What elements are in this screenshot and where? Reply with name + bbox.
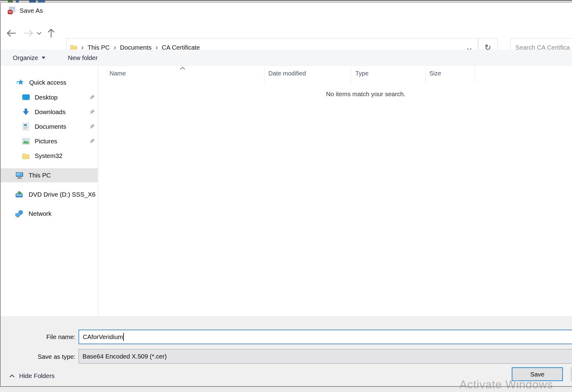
sidebar-item-quick-access[interactable]: Quick access (1, 75, 98, 89)
up-arrow-icon (47, 28, 55, 38)
sidebar-item-downloads[interactable]: Downloads (1, 105, 98, 119)
file-name-value: CAforVeridium (83, 333, 123, 341)
sidebar-item-label: Pictures (35, 138, 57, 145)
pin-icon (89, 123, 95, 131)
file-name-label: File name: (1, 333, 75, 341)
back-arrow-icon (6, 29, 17, 37)
sidebar-item-desktop[interactable]: Desktop (1, 90, 98, 104)
sidebar-item-label: Downloads (35, 108, 65, 116)
organize-button[interactable]: Organize (13, 50, 45, 66)
hide-folders-label: Hide Folders (19, 372, 54, 380)
sidebar-item-label: Quick access (29, 79, 66, 86)
sidebar-item-label: Network (29, 210, 51, 217)
chevron-up-icon (9, 374, 15, 378)
column-divider[interactable] (475, 67, 475, 82)
column-header-date-modified[interactable]: Date modified (268, 70, 306, 77)
sidebar-item-label: System32 (35, 152, 62, 159)
column-divider[interactable] (351, 67, 351, 82)
pin-icon (89, 138, 95, 145)
save-as-type-label: Save as type: (1, 353, 75, 360)
certificate-snapin-icon (7, 6, 16, 15)
chevron-down-icon (37, 32, 42, 35)
save-button-label: Save (530, 371, 545, 378)
save-as-dialog-screen: Save As (0, 0, 572, 392)
file-list-header-row: Name Date modified Type Size (98, 66, 572, 82)
dvd-drive-icon (15, 191, 24, 198)
sidebar-item-label: Desktop (35, 94, 58, 101)
new-folder-button[interactable]: New folder (68, 50, 98, 66)
column-header-size[interactable]: Size (429, 70, 441, 77)
save-as-window: Save As (0, 2, 572, 386)
navigation-pane: Quick access Desktop (1, 66, 98, 319)
sidebar-item-this-pc[interactable]: This PC (1, 168, 98, 182)
column-header-name[interactable]: Name (110, 70, 126, 77)
save-as-type-value: Base64 Encoded X.509 (*.cer) (82, 353, 167, 360)
sidebar-item-label: DVD Drive (D:) SSS_X6 (29, 191, 96, 198)
network-icon (15, 210, 24, 217)
folder-icon (22, 153, 30, 159)
column-divider[interactable] (426, 67, 426, 82)
pin-icon (89, 109, 95, 116)
forward-button[interactable] (23, 27, 35, 39)
sidebar-item-pictures[interactable]: Pictures (1, 134, 98, 148)
sidebar-item-label: Documents (35, 123, 66, 130)
quick-access-star-icon (16, 79, 24, 86)
sidebar-item-dvd-drive[interactable]: DVD Drive (D:) SSS_X6 (1, 187, 98, 201)
title-bar: Save As (1, 3, 572, 19)
computer-icon (15, 172, 24, 179)
desktop-icon (22, 94, 30, 101)
back-button[interactable] (5, 27, 17, 39)
organize-label: Organize (13, 54, 38, 61)
sidebar-item-label: This PC (29, 172, 51, 179)
new-folder-label: New folder (68, 54, 98, 61)
empty-results-message: No items match your search. (98, 90, 572, 98)
picture-icon (22, 138, 30, 145)
column-header-type[interactable]: Type (355, 70, 368, 77)
sidebar-item-network[interactable]: Network (1, 207, 98, 221)
window-bottom-border (0, 386, 572, 387)
text-caret (123, 333, 124, 341)
recent-locations-button[interactable] (35, 27, 43, 39)
up-button[interactable] (45, 27, 57, 39)
dropdown-caret-icon (42, 57, 45, 59)
window-title: Save As (19, 7, 43, 14)
sort-ascending-icon[interactable] (180, 66, 186, 71)
save-as-type-select[interactable]: Base64 Encoded X.509 (*.cer) (78, 349, 572, 364)
hide-folders-button[interactable]: Hide Folders (9, 372, 54, 380)
file-name-input[interactable]: CAforVeridium (78, 330, 572, 344)
navigation-toolbar: › This PC › Documents › CA Certificate ↻ (1, 19, 572, 48)
sidebar-item-documents[interactable]: Documents (1, 120, 98, 134)
file-name-panel: File name: CAforVeridium Save as type: B… (1, 316, 572, 387)
forward-arrow-icon (23, 29, 34, 37)
column-divider[interactable] (264, 67, 264, 82)
command-bar: Organize New folder (1, 50, 572, 66)
document-icon (22, 123, 30, 130)
pin-icon (89, 94, 95, 101)
downloads-arrow-icon (22, 108, 30, 116)
sidebar-item-system32[interactable]: System32 (1, 149, 98, 163)
cancel-button-partial[interactable] (571, 367, 572, 381)
activate-windows-watermark: Activate Windows (459, 378, 553, 391)
pane-divider (98, 66, 98, 319)
